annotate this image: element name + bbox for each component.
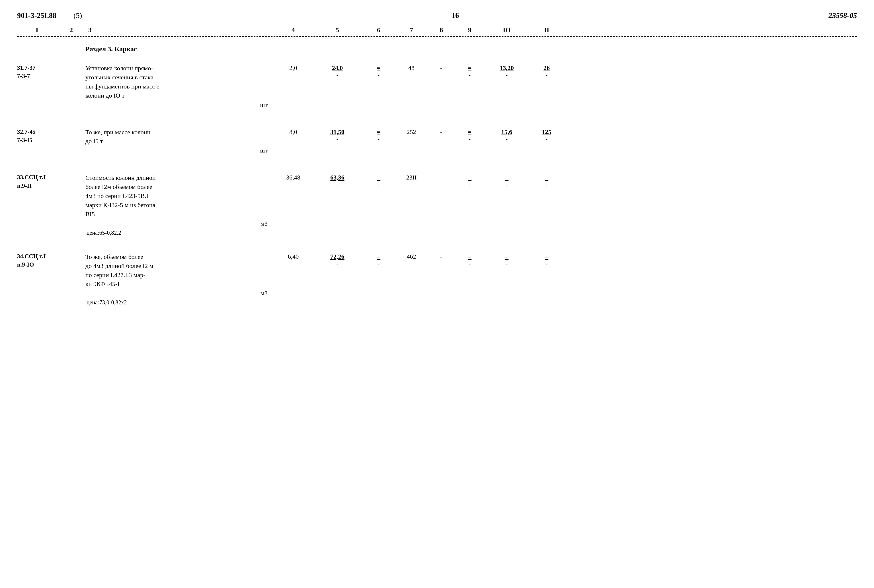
- row2-unit: шт: [86, 147, 273, 154]
- table-row: 33.ССЦ т.I п.9-II Стоимость колонн длино…: [17, 168, 857, 241]
- row1-code2: 7-3-7: [17, 72, 57, 80]
- row2-col8: -: [427, 128, 456, 136]
- row3-col8: -: [427, 173, 456, 181]
- row4-col10: = -: [484, 252, 530, 267]
- row3-desc: Стоимость колонн длинойболее I2м объемом…: [86, 173, 273, 236]
- row4-code1: 34.ССЦ т.I: [17, 252, 57, 261]
- row2-codes: 32.7-45 7-3-I5: [17, 128, 57, 144]
- row1-col10: 13,20 -: [484, 64, 530, 78]
- row3-col10: = -: [484, 173, 530, 188]
- series: (5): [74, 11, 82, 20]
- row2-col7: 252: [396, 128, 427, 136]
- row4-col5: 72,26 -: [313, 252, 361, 267]
- col-header-2: 2: [57, 26, 86, 34]
- row3-col7: 23II: [396, 173, 427, 181]
- row1-col11: 26 -: [530, 64, 564, 78]
- header-left: 901-3-25I.88 (5): [17, 11, 82, 20]
- table-row: 32.7-45 7-3-I5 То же, при массе колонндо…: [17, 123, 857, 160]
- row3-col11: = -: [530, 173, 564, 188]
- table-row: 31.7-37 7-3-7 Установка колонн прямо-уго…: [17, 58, 857, 114]
- row4-col7: 462: [396, 252, 427, 260]
- row1-col6: = -: [361, 64, 396, 78]
- row1-unit: шт: [86, 101, 273, 109]
- row2-col11: 125 -: [530, 128, 564, 142]
- row1-codes: 31.7-37 7-3-7: [17, 64, 57, 81]
- row1-col7: 48: [396, 64, 427, 72]
- section-title: Раздел 3. Каркас: [17, 37, 857, 58]
- row4-col11: = -: [530, 252, 564, 267]
- row3-codes: 33.ССЦ т.I п.9-II: [17, 173, 57, 190]
- row2-desc: То же, при массе колонндо I5 т шт: [86, 128, 273, 154]
- stamp: 23558-05: [829, 11, 857, 20]
- column-headers: I 2 3 4 5 6 7 8 9 Ю II: [17, 26, 857, 37]
- row4-codes: 34.ССЦ т.I п.9-IO: [17, 252, 57, 269]
- row3-unit: м3: [86, 220, 273, 227]
- row1-col8: -: [427, 64, 456, 72]
- row4-price: цена:73,0-0,82х2: [86, 297, 273, 306]
- table-row: 34.ССЦ т.I п.9-IO То же, объемом болеедо…: [17, 247, 857, 312]
- row4-col8: -: [427, 252, 456, 260]
- col-header-8: 8: [427, 26, 456, 34]
- row1-col4: 2,0: [273, 64, 313, 72]
- row3-code2: п.9-II: [17, 182, 57, 190]
- top-divider: [17, 23, 857, 23]
- row4-col6: = -: [361, 252, 396, 267]
- page-number: 16: [451, 11, 459, 20]
- row2-code2: 7-3-I5: [17, 136, 57, 144]
- row2-col4: 8,0: [273, 128, 313, 136]
- col-header-1: I: [17, 26, 57, 34]
- col-header-3: 3: [86, 26, 273, 34]
- col-header-7: 7: [396, 26, 427, 34]
- row2-col6: = -: [361, 128, 396, 142]
- row2-code1: 32.7-45: [17, 128, 57, 136]
- col-header-6: 6: [361, 26, 396, 34]
- row3-code1: 33.ССЦ т.I: [17, 173, 57, 182]
- row4-desc: То же, объемом болеедо 4м3 длиной более …: [86, 252, 273, 306]
- page-header: 901-3-25I.88 (5) 16 23558-05: [17, 11, 857, 20]
- row4-col4: 6,40: [273, 252, 313, 260]
- row3-col6: = -: [361, 173, 396, 188]
- row2-col5: 31,50 -: [313, 128, 361, 142]
- row3-price: цена:65-0,82.2: [86, 227, 273, 236]
- col-header-5: 5: [313, 26, 361, 34]
- col-header-9: 9: [456, 26, 484, 34]
- doc-number: 901-3-25I.88: [17, 11, 56, 20]
- col-header-4: 4: [273, 26, 313, 34]
- row1-col5: 24,0 -: [313, 64, 361, 78]
- row4-unit: м3: [86, 290, 273, 297]
- row2-col9: = -: [456, 128, 484, 142]
- row3-col4: 36,48: [273, 173, 313, 181]
- row4-col9: = -: [456, 252, 484, 267]
- col-header-11: II: [530, 26, 564, 34]
- row3-col5: 63,36 -: [313, 173, 361, 188]
- row3-col9: = -: [456, 173, 484, 188]
- row1-code1: 31.7-37: [17, 64, 57, 72]
- row1-desc: Установка колонн прямо-угольных сечения …: [86, 64, 273, 109]
- row1-col9: = -: [456, 64, 484, 78]
- col-header-10: Ю: [484, 26, 530, 34]
- row4-code2: п.9-IO: [17, 261, 57, 269]
- row2-col10: 15,6 -: [484, 128, 530, 142]
